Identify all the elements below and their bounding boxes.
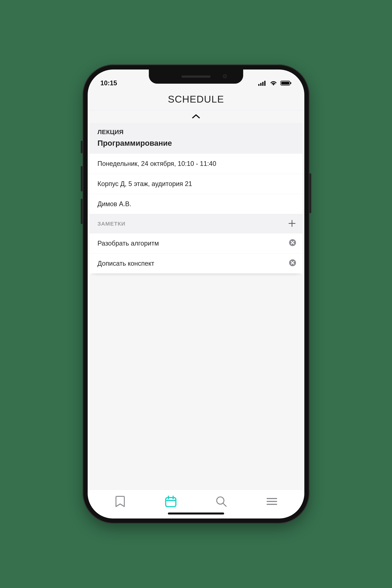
app-header: SCHEDULE	[88, 90, 304, 110]
svg-rect-1	[260, 83, 262, 86]
svg-rect-0	[258, 84, 260, 86]
chevron-up-icon	[192, 114, 200, 120]
lecture-header: ЛЕКЦИЯ Программирование	[90, 123, 302, 154]
delete-note-button[interactable]	[288, 259, 297, 268]
tab-search[interactable]	[212, 492, 230, 510]
svg-point-13	[217, 497, 224, 504]
power-button	[310, 173, 311, 213]
tab-bookmarks[interactable]	[111, 492, 129, 510]
volume-down	[81, 199, 82, 224]
svg-rect-9	[166, 498, 176, 507]
bookmark-icon	[115, 495, 126, 508]
cellular-icon	[258, 80, 266, 86]
note-text: Дописать конспект	[98, 260, 154, 267]
tab-schedule[interactable]	[162, 492, 180, 510]
search-icon	[215, 496, 227, 508]
lecture-location: Корпус Д, 5 этаж, аудитория 21	[90, 174, 302, 194]
notch	[149, 70, 243, 84]
speaker-grille	[182, 76, 210, 78]
add-note-button[interactable]	[287, 219, 297, 228]
tab-menu[interactable]	[263, 492, 281, 510]
menu-icon	[266, 497, 278, 506]
note-row[interactable]: Разобрать алгоритм	[90, 234, 302, 254]
note-text: Разобрать алгоритм	[98, 240, 159, 247]
battery-icon	[280, 80, 292, 86]
screen: 10:15	[88, 70, 304, 518]
notes-label: ЗАМЕТКИ	[98, 221, 126, 227]
calendar-icon	[164, 495, 177, 508]
phone-frame: 10:15	[82, 64, 310, 524]
notes-header: ЗАМЕТКИ	[90, 214, 302, 234]
svg-rect-5	[281, 82, 289, 84]
svg-rect-6	[290, 82, 291, 84]
svg-line-14	[223, 504, 226, 506]
svg-rect-3	[264, 81, 266, 86]
lecture-card: ЛЕКЦИЯ Программирование Понедельник, 24 …	[90, 123, 302, 274]
lecture-kind: ЛЕКЦИЯ	[98, 128, 294, 136]
collapse-toggle[interactable]	[88, 110, 304, 123]
front-camera	[223, 74, 227, 78]
lecture-subject: Программирование	[98, 139, 294, 148]
volume-up	[81, 166, 82, 192]
note-row[interactable]: Дописать конспект	[90, 254, 302, 274]
plus-icon	[288, 220, 296, 228]
content-area[interactable]: ЛЕКЦИЯ Программирование Понедельник, 24 …	[88, 110, 304, 490]
svg-rect-2	[262, 82, 264, 86]
wifi-icon	[270, 80, 278, 86]
lecture-teacher: Димов А.В.	[90, 194, 302, 214]
page-title: SCHEDULE	[88, 94, 304, 105]
status-time: 10:15	[100, 79, 117, 87]
home-indicator[interactable]	[168, 512, 224, 514]
delete-note-button[interactable]	[288, 239, 297, 248]
mute-switch	[81, 141, 82, 153]
close-circle-icon	[289, 239, 296, 248]
close-circle-icon	[289, 259, 296, 268]
lecture-datetime: Понедельник, 24 октября, 10:10 - 11:40	[90, 154, 302, 174]
